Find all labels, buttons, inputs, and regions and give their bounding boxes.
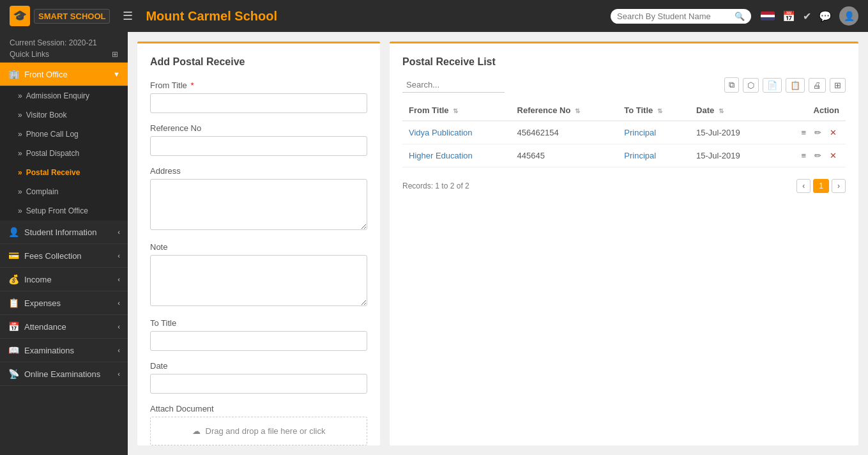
search-icon[interactable]: 🔍: [735, 12, 745, 21]
sidebar-sub-item-complain[interactable]: » Complain: [0, 182, 128, 201]
note-input[interactable]: [150, 255, 367, 306]
pdf-button[interactable]: 📄: [763, 78, 782, 93]
arrow-icon-setup: »: [18, 206, 22, 215]
calendar-icon[interactable]: 📅: [782, 10, 795, 22]
flag-icon[interactable]: [761, 12, 775, 20]
from-title-input[interactable]: [150, 93, 367, 113]
sidebar-item-online-examinations[interactable]: 📡 Online Examinations ‹: [0, 362, 128, 386]
add-postal-receive-form: Add Postal Receive From Title * Referenc…: [137, 42, 380, 445]
cell-to-title-0: Principal: [618, 121, 690, 144]
list-search-input[interactable]: [402, 77, 505, 93]
col-to-title[interactable]: To Title ⇅: [618, 100, 690, 121]
attach-doc-group: Attach Document ☁ Drag and drop a file h…: [150, 404, 367, 445]
reference-no-label: Reference No: [150, 123, 367, 133]
label-attendance: Attendance: [24, 322, 66, 332]
to-title-label: To Title: [150, 318, 367, 328]
postal-receive-list-panel: Postal Receive List ⧉ ⬡ 📄 📋 🖨 ⊞ From Tit: [390, 42, 858, 445]
label-postal-dispatch: Postal Dispatch: [26, 149, 79, 158]
col-from-title[interactable]: From Title ⇅: [402, 100, 511, 121]
next-page-button[interactable]: ›: [832, 179, 846, 193]
upload-icon: ☁: [192, 426, 201, 436]
sidebar-sub-item-setup-front-office[interactable]: » Setup Front Office: [0, 201, 128, 220]
records-info: Records: 1 to 2 of 2: [402, 181, 469, 190]
avatar[interactable]: 👤: [839, 6, 858, 26]
to-title-group: To Title: [150, 318, 367, 351]
from-title-link-1[interactable]: Higher Education: [409, 151, 473, 160]
sidebar-item-examinations[interactable]: 📖 Examinations ‹: [0, 339, 128, 362]
arrow-icon-dispatch: »: [18, 149, 22, 158]
address-input[interactable]: [150, 179, 367, 230]
delete-button-0[interactable]: ✕: [827, 127, 839, 139]
expand-button[interactable]: ⊞: [830, 78, 846, 93]
sidebar-sub-item-postal-dispatch[interactable]: » Postal Dispatch: [0, 144, 128, 163]
pagination: ‹ 1 ›: [796, 179, 846, 193]
label-examinations: Examinations: [24, 346, 74, 355]
page-1-button[interactable]: 1: [813, 179, 829, 193]
expenses-icon: 📋: [8, 298, 19, 308]
attendance-icon: 📅: [8, 321, 19, 332]
expenses-arrow: ‹: [118, 299, 120, 307]
sidebar-item-front-office[interactable]: 🏢 Front Office ▼: [0, 63, 128, 86]
checklist-icon[interactable]: ✔: [803, 10, 811, 22]
sidebar-item-expenses[interactable]: 📋 Expenses ‹: [0, 291, 128, 315]
sidebar-item-fees-collection[interactable]: 💳 Fees Collection ‹: [0, 244, 128, 268]
hamburger-button[interactable]: ☰: [119, 6, 136, 26]
to-title-link-1[interactable]: Principal: [624, 151, 656, 160]
list-export-actions: ⧉ ⬡ 📄 📋 🖨 ⊞: [724, 77, 846, 93]
date-input[interactable]: 06-Nov-2020: [150, 374, 367, 394]
label-visitor-book: Visitor Book: [26, 111, 67, 120]
label-income: Income: [24, 275, 52, 284]
logo-text: SMART SCHOOL: [34, 9, 110, 24]
label-expenses: Expenses: [24, 298, 61, 308]
csv-button[interactable]: ⬡: [743, 78, 759, 93]
cell-actions-1: ≡ ✏ ✕: [770, 144, 846, 167]
form-title: Add Postal Receive: [150, 56, 367, 68]
grid-icon[interactable]: ⊞: [112, 50, 118, 59]
prev-page-button[interactable]: ‹: [796, 179, 811, 193]
sidebar-sub-item-phone-call-log[interactable]: » Phone Call Log: [0, 125, 128, 144]
sidebar-item-attendance[interactable]: 📅 Attendance ‹: [0, 315, 128, 339]
attendance-arrow: ‹: [118, 323, 120, 330]
label-admission-enquiry: Admission Enquiry: [26, 91, 89, 100]
examinations-arrow: ‹: [118, 346, 120, 354]
sidebar-sub-item-postal-receive[interactable]: » Postal Receive: [0, 163, 128, 182]
to-title-link-0[interactable]: Principal: [624, 128, 656, 137]
label-postal-receive: Postal Receive: [26, 168, 80, 177]
edit-button-1[interactable]: ✏: [812, 150, 824, 162]
sort-icon-from: ⇅: [453, 107, 458, 114]
delete-button-1[interactable]: ✕: [827, 150, 839, 162]
cell-to-title-1: Principal: [618, 144, 690, 167]
reference-no-input[interactable]: [150, 136, 367, 156]
sidebar-item-income[interactable]: 💰 Income ‹: [0, 268, 128, 291]
from-title-link-0[interactable]: Vidya Publication: [409, 128, 473, 137]
content-area: Add Postal Receive From Title * Referenc…: [128, 32, 868, 455]
sort-icon-ref: ⇅: [575, 107, 580, 114]
file-drop-zone[interactable]: ☁ Drag and drop a file here or click: [150, 417, 367, 445]
sidebar-item-student-information[interactable]: 👤 Student Information ‹: [0, 220, 128, 244]
column-visibility-button[interactable]: 📋: [786, 78, 805, 93]
sidebar-sub-item-admission-enquiry[interactable]: » Admission Enquiry: [0, 86, 128, 105]
print-button[interactable]: 🖨: [809, 78, 826, 93]
details-button-1[interactable]: ≡: [798, 150, 809, 162]
col-reference-no[interactable]: Reference No ⇅: [511, 100, 618, 121]
fees-arrow: ‹: [118, 252, 120, 259]
logo-area: 🎓 SMART SCHOOL: [10, 6, 110, 26]
cell-ref-no-0: 456462154: [511, 121, 618, 144]
income-arrow: ‹: [118, 275, 120, 283]
attach-doc-label: Attach Document: [150, 404, 367, 413]
list-toolbar: ⧉ ⬡ 📄 📋 🖨 ⊞: [402, 77, 846, 93]
logo-icon: 🎓: [10, 6, 30, 26]
table-row: Higher Education 445645 Principal 15-Jul…: [402, 144, 846, 167]
copy-button[interactable]: ⧉: [724, 77, 739, 93]
postal-receive-table: From Title ⇅ Reference No ⇅ To Title ⇅: [402, 100, 846, 167]
edit-button-0[interactable]: ✏: [812, 127, 824, 139]
details-button-0[interactable]: ≡: [798, 127, 809, 139]
whatsapp-icon[interactable]: 💬: [819, 10, 832, 22]
arrow-icon-visitor: »: [18, 111, 22, 120]
search-input[interactable]: [617, 12, 731, 21]
col-date[interactable]: Date ⇅: [690, 100, 770, 121]
to-title-input[interactable]: [150, 331, 367, 351]
cell-from-title-1: Higher Education: [402, 144, 511, 167]
col-action: Action: [770, 100, 846, 121]
sidebar-sub-item-visitor-book[interactable]: » Visitor Book: [0, 105, 128, 125]
